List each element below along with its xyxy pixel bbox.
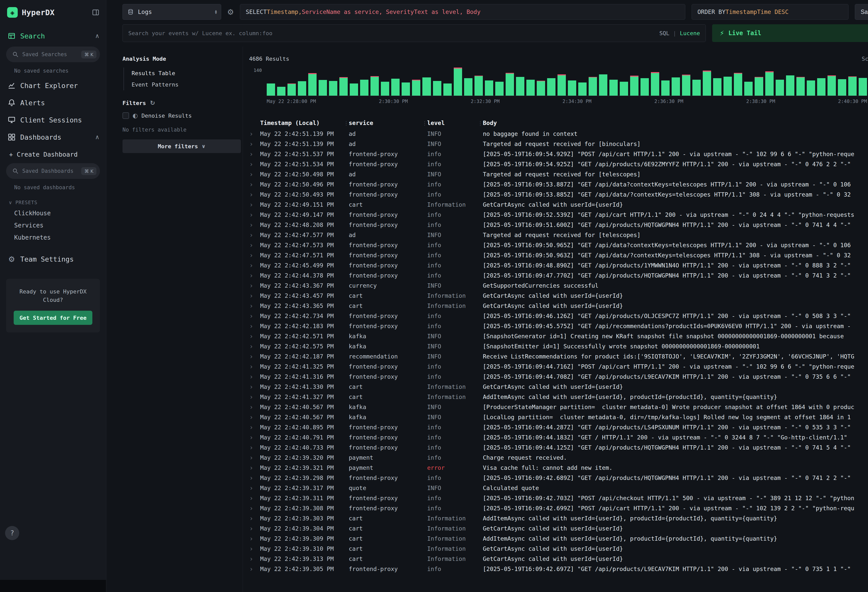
table-row[interactable]: ›May 22 2:42:41.325 PMfrontend-proxyinfo…	[249, 362, 868, 372]
histogram-bar[interactable]	[506, 66, 514, 96]
create-dashboard-button[interactable]: + Create Dashboard	[0, 146, 106, 161]
histogram-bar[interactable]	[288, 66, 296, 96]
table-row[interactable]: ›May 22 2:42:50.498 PMadINFOTargeted ad …	[249, 169, 868, 179]
row-expand-chevron-icon[interactable]: ›	[249, 434, 260, 441]
row-expand-chevron-icon[interactable]: ›	[249, 424, 260, 431]
histogram-bar[interactable]	[703, 66, 711, 96]
table-row[interactable]: ›May 22 2:42:39.311 PMfrontend-proxyinfo…	[249, 493, 868, 503]
row-expand-chevron-icon[interactable]: ›	[249, 211, 260, 218]
table-row[interactable]: ›May 22 2:42:51.537 PMfrontend-proxyinfo…	[249, 149, 868, 159]
histogram-bar[interactable]	[786, 66, 794, 96]
table-row[interactable]: ›May 22 2:42:48.208 PMfrontend-proxyinfo…	[249, 220, 868, 230]
saved-searches-search[interactable]: ⌘ K	[6, 47, 100, 62]
sidebar-item-search[interactable]: Search ∧	[0, 27, 106, 44]
row-expand-chevron-icon[interactable]: ›	[249, 525, 260, 532]
row-expand-chevron-icon[interactable]: ›	[249, 252, 260, 258]
row-expand-chevron-icon[interactable]: ›	[249, 414, 260, 421]
presets-section-toggle[interactable]: ∨ PRESETS	[0, 193, 106, 207]
row-expand-chevron-icon[interactable]: ›	[249, 475, 260, 481]
table-row[interactable]: ›May 22 2:42:40.895 PMfrontend-proxyinfo…	[249, 422, 868, 433]
table-row[interactable]: ›May 22 2:42:40.733 PMfrontend-proxyinfo…	[249, 443, 868, 453]
source-select[interactable]: Logs ▴▾	[123, 4, 221, 20]
table-row[interactable]: ›May 22 2:42:42.571 PMkafkaINFO[Snapshot…	[249, 331, 868, 341]
row-expand-chevron-icon[interactable]: ›	[249, 282, 260, 289]
histogram-bar[interactable]	[360, 66, 369, 96]
chevron-up-icon[interactable]: ∧	[95, 32, 99, 40]
get-started-button[interactable]: Get Started for Free	[14, 311, 92, 325]
row-expand-chevron-icon[interactable]: ›	[249, 394, 260, 400]
histogram-bar[interactable]	[641, 66, 649, 96]
help-button[interactable]: ?	[5, 526, 19, 540]
row-expand-chevron-icon[interactable]: ›	[249, 353, 260, 360]
row-expand-chevron-icon[interactable]: ›	[249, 555, 260, 562]
row-expand-chevron-icon[interactable]: ›	[249, 323, 260, 329]
histogram-bar[interactable]	[672, 66, 680, 96]
row-expand-chevron-icon[interactable]: ›	[249, 151, 260, 157]
sidebar-item-dashboards[interactable]: Dashboards ∧	[0, 128, 106, 146]
mode-lucene[interactable]: Lucene	[680, 30, 700, 37]
row-expand-chevron-icon[interactable]: ›	[249, 333, 260, 340]
mode-sql[interactable]: SQL	[660, 30, 670, 37]
row-expand-chevron-icon[interactable]: ›	[249, 303, 260, 309]
denoise-checkbox[interactable]	[123, 112, 129, 119]
table-row[interactable]: ›May 22 2:42:39.308 PMfrontend-proxyinfo…	[249, 503, 868, 513]
table-row[interactable]: ›May 22 2:42:39.305 PMfrontend-proxyinfo…	[249, 564, 868, 574]
mode-event-patterns[interactable]: Event Patterns	[124, 79, 240, 90]
table-row[interactable]: ›May 22 2:42:39.317 PMquoteINFOCalculate…	[249, 483, 868, 493]
histogram-bar[interactable]	[381, 66, 389, 96]
histogram-bar[interactable]	[848, 66, 857, 96]
save-button[interactable]: Save	[855, 4, 868, 20]
histogram-bar[interactable]	[526, 66, 535, 96]
refresh-icon[interactable]: ↻	[150, 99, 155, 106]
histogram-bar[interactable]	[796, 66, 805, 96]
sidebar-item-team-settings[interactable]: ⚙ Team Settings	[0, 250, 106, 268]
sidebar-item-preset-clickhouse[interactable]: ClickHouse	[0, 207, 106, 219]
event-search-input[interactable]	[128, 30, 660, 37]
histogram-bar[interactable]	[568, 66, 576, 96]
row-expand-chevron-icon[interactable]: ›	[249, 262, 260, 269]
row-expand-chevron-icon[interactable]: ›	[249, 515, 260, 522]
table-row[interactable]: ›May 22 2:42:43.457 PMcartInformationGet…	[249, 291, 868, 301]
table-row[interactable]: ›May 22 2:42:43.365 PMcartInformationGet…	[249, 301, 868, 311]
row-expand-chevron-icon[interactable]: ›	[249, 221, 260, 228]
histogram-bar[interactable]	[776, 66, 784, 96]
table-row[interactable]: ›May 22 2:42:39.320 PMpaymentinfoCharge …	[249, 453, 868, 463]
row-expand-chevron-icon[interactable]: ›	[249, 272, 260, 279]
table-row[interactable]: ›May 22 2:42:51.139 PMadINFOno baggage f…	[249, 129, 868, 139]
histogram-bar[interactable]	[391, 66, 400, 96]
table-row[interactable]: ›May 22 2:42:39.321 PMpaymenterrorVisa c…	[249, 463, 868, 473]
table-row[interactable]: ›May 22 2:42:47.573 PMfrontend-proxyinfo…	[249, 240, 868, 250]
table-row[interactable]: ›May 22 2:42:40.567 PMkafkaINFO[Producer…	[249, 402, 868, 412]
table-row[interactable]: ›May 22 2:42:44.378 PMfrontend-proxyinfo…	[249, 270, 868, 280]
histogram-bar[interactable]	[443, 66, 452, 96]
histogram-bar[interactable]	[817, 66, 825, 96]
table-row[interactable]: ›May 22 2:42:49.151 PMcartInformationGet…	[249, 199, 868, 210]
histogram-bar[interactable]	[298, 66, 306, 96]
sidebar-item-preset-kubernetes[interactable]: Kubernetes	[0, 232, 106, 244]
source-settings-gear-icon[interactable]: ⚙	[225, 4, 236, 20]
table-row[interactable]: ›May 22 2:42:50.493 PMfrontend-proxyinfo…	[249, 189, 868, 199]
row-expand-chevron-icon[interactable]: ›	[249, 313, 260, 319]
row-expand-chevron-icon[interactable]: ›	[249, 535, 260, 542]
table-row[interactable]: ›May 22 2:42:39.298 PMfrontend-proxyinfo…	[249, 473, 868, 483]
histogram-bar[interactable]	[371, 66, 379, 96]
row-expand-chevron-icon[interactable]: ›	[249, 191, 260, 198]
row-expand-chevron-icon[interactable]: ›	[249, 566, 260, 572]
histogram-bar[interactable]	[807, 66, 815, 96]
table-row[interactable]: ›May 22 2:42:42.183 PMfrontend-proxyinfo…	[249, 321, 868, 331]
histogram-bar[interactable]	[599, 66, 607, 96]
row-expand-chevron-icon[interactable]: ›	[249, 505, 260, 512]
histogram-bar[interactable]	[308, 66, 317, 96]
histogram-bar[interactable]	[474, 66, 483, 96]
histogram-bar[interactable]	[516, 66, 524, 96]
row-expand-chevron-icon[interactable]: ›	[249, 171, 260, 178]
histogram-bar[interactable]	[692, 66, 701, 96]
column-resize-handle-icon[interactable]: ⋮	[478, 120, 483, 126]
sidebar-collapse-icon[interactable]	[92, 9, 99, 16]
table-row[interactable]: ›May 22 2:42:47.571 PMfrontend-proxyinfo…	[249, 250, 868, 260]
histogram-bar[interactable]	[537, 66, 545, 96]
histogram-bar[interactable]	[713, 66, 722, 96]
column-header-service[interactable]: ⋮service	[349, 120, 427, 126]
histogram-bar[interactable]	[589, 66, 597, 96]
column-header-level[interactable]: ⋮level	[427, 120, 483, 126]
